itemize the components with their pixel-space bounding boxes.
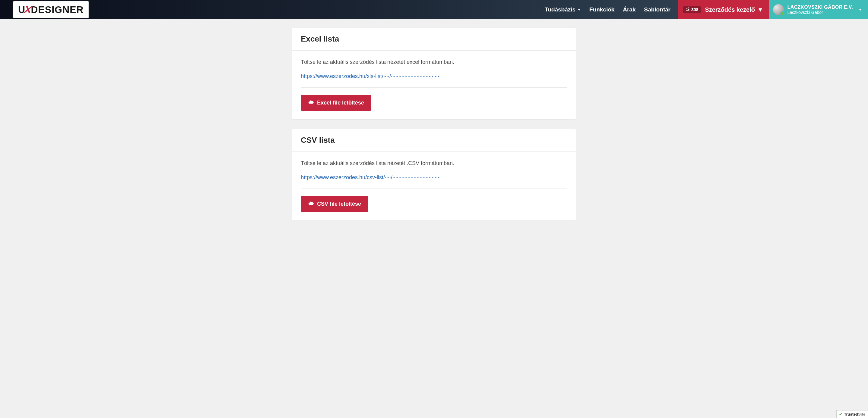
trusted-part1: Trusted: [844, 412, 858, 417]
avatar: [773, 4, 784, 15]
divider: [301, 87, 567, 88]
csv-card-description: Töltse le az aktuális szerződés lista né…: [301, 160, 567, 166]
main-content: Excel lista Töltse le az aktuális szerző…: [286, 28, 582, 242]
cloud-download-icon: [308, 200, 314, 208]
nav-knowledge-base[interactable]: Tudásbázis ▼: [545, 6, 581, 13]
excel-download-link[interactable]: https://www.eszerzodes.hu/xls-list/····/…: [301, 73, 567, 79]
csv-card-header: CSV lista: [292, 129, 576, 152]
csv-card: CSV lista Töltse le az aktuális szerződé…: [292, 129, 576, 220]
main-header: UXDESIGNER Tudásbázis ▼ Funkciók Árak Sa…: [0, 0, 868, 19]
caret-down-icon: ▼: [858, 7, 862, 12]
status-online-icon: [780, 11, 784, 15]
nav-links: Tudásbázis ▼ Funkciók Árak Sablontár: [545, 0, 678, 19]
checkmark-icon: ✔: [839, 412, 843, 417]
csv-download-link[interactable]: https://www.eszerzodes.hu/csv-list/····/…: [301, 174, 567, 181]
excel-card-description: Töltse le az aktuális szerződés lista né…: [301, 59, 567, 65]
caret-down-icon: ▼: [578, 7, 581, 12]
divider: [301, 189, 567, 189]
csv-download-button[interactable]: CSV file letöltése: [301, 196, 368, 212]
excel-card-body: Töltse le az aktuális szerződés lista né…: [292, 51, 576, 119]
nav-templates-label: Sablontár: [644, 6, 671, 13]
contract-manager-label-wrap: Szerződés kezelő ▼: [705, 6, 763, 13]
user-info: LACZKOVSZKI GÁBOR E.V. Laczkovszki Gábor: [787, 4, 853, 15]
trusted-site-badge[interactable]: ✔ TrustedSite: [836, 410, 868, 418]
nav-pricing-label: Árak: [623, 6, 636, 13]
signature-icon: [686, 7, 690, 12]
excel-card-header: Excel lista: [292, 28, 576, 51]
user-name: Laczkovszki Gábor: [787, 10, 853, 15]
nav-functions[interactable]: Funkciók: [589, 6, 614, 13]
contract-count-value: 308: [691, 7, 698, 12]
cloud-download-icon: [308, 99, 314, 107]
logo[interactable]: UXDESIGNER: [13, 1, 89, 18]
nav-functions-label: Funkciók: [589, 6, 614, 13]
logo-part-designer: DESIGNER: [31, 4, 84, 15]
contract-manager-label: Szerződés kezelő: [705, 6, 755, 13]
nav-knowledge-base-label: Tudásbázis: [545, 6, 576, 13]
trusted-part2: Site: [858, 412, 865, 417]
main-nav: Tudásbázis ▼ Funkciók Árak Sablontár 308…: [545, 0, 868, 19]
csv-card-title: CSV lista: [301, 135, 567, 145]
caret-down-icon: ▼: [757, 6, 764, 13]
csv-card-body: Töltse le az aktuális szerződés lista né…: [292, 152, 576, 220]
excel-download-button[interactable]: Excel file letöltése: [301, 95, 371, 111]
csv-download-button-label: CSV file letöltése: [317, 201, 361, 207]
user-company: LACZKOVSZKI GÁBOR E.V.: [787, 4, 853, 10]
excel-card: Excel lista Töltse le az aktuális szerző…: [292, 28, 576, 119]
logo-text: UXDESIGNER: [18, 4, 84, 15]
excel-card-title: Excel lista: [301, 34, 567, 44]
nav-templates[interactable]: Sablontár: [644, 6, 671, 13]
nav-pricing[interactable]: Árak: [623, 6, 636, 13]
user-menu[interactable]: LACZKOVSZKI GÁBOR E.V. Laczkovszki Gábor…: [769, 0, 868, 19]
contract-count-badge: 308: [683, 6, 701, 13]
trusted-site-text: TrustedSite: [844, 412, 865, 417]
contract-manager-section[interactable]: 308 Szerződés kezelő ▼: [678, 0, 769, 19]
excel-download-button-label: Excel file letöltése: [317, 100, 364, 106]
